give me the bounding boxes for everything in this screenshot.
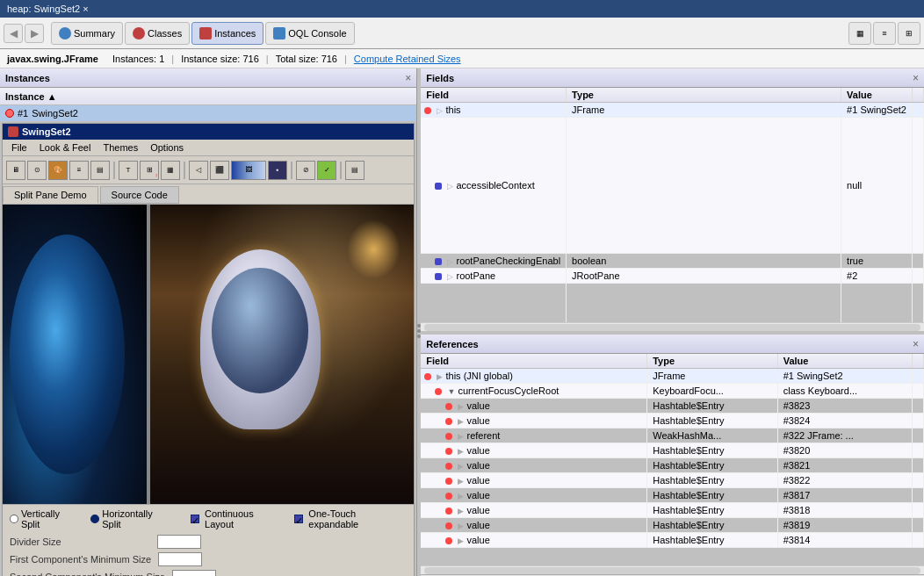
cb-continuous-label: Continuous Layout (205, 508, 284, 529)
first-min-label: First Component's Minimum Size (10, 554, 151, 565)
summary-icon (59, 27, 71, 40)
tb-btn-13[interactable]: ⊘ (296, 161, 315, 180)
tb-btn-8[interactable]: ▦ (161, 161, 180, 180)
tb-btn-3[interactable]: 🎨 (48, 161, 68, 180)
tb-btn-14[interactable]: ✓ (317, 161, 336, 180)
tb-btn-6[interactable]: T (119, 161, 138, 180)
refs-row[interactable]: ▶ value Hashtable$Entry #3818 (421, 503, 923, 518)
refs-row[interactable]: ▶ value Hashtable$Entry #3819 (421, 518, 923, 533)
scroll-spacer (913, 269, 924, 284)
refs-panel: References × Field Type Value (421, 335, 924, 574)
checkbox-continuous[interactable]: ✓ Continuous Layout (191, 508, 284, 529)
back-button[interactable]: ◀ (4, 24, 23, 43)
first-min-input[interactable] (158, 552, 202, 566)
fields-row[interactable]: ▷ rootPaneCheckingEnabl boolean true (421, 254, 923, 269)
type-cell: JRootPane (567, 269, 841, 284)
action-btn-3[interactable]: ⊞ (898, 22, 920, 45)
instance-column-label: Instance ▲ (5, 91, 57, 102)
divider-size-input[interactable] (157, 535, 201, 549)
fields-table-container[interactable]: Field Type Value ▷ this JFrame #1 SwingS… (421, 88, 924, 322)
ref-scroll-spacer (913, 518, 924, 533)
ref-value-cell: #3820 (777, 443, 912, 458)
summary-button[interactable]: Summary (51, 22, 123, 45)
ref-scroll-spacer (913, 473, 924, 488)
second-min-input[interactable] (172, 570, 216, 576)
tb-sep-1 (113, 162, 115, 179)
scroll-spacer (913, 254, 924, 269)
tb-btn-2[interactable]: ⊙ (27, 161, 47, 180)
swing-controls: Vertically Split Horizontally Split ✓ Co… (3, 504, 414, 576)
refs-row[interactable]: ▶ value Hashtable$Entry #3817 (421, 488, 923, 503)
action-btn-2[interactable]: ≡ (873, 22, 896, 45)
content-splitter[interactable] (147, 205, 150, 504)
compute-link[interactable]: Compute Retained Sizes (354, 54, 461, 64)
instances-button[interactable]: Instances (191, 22, 263, 45)
tb-btn-5[interactable]: ▤ (90, 161, 110, 180)
radio-vertically-split[interactable]: Vertically Split (10, 508, 80, 529)
refs-panel-close[interactable]: × (913, 338, 919, 350)
radio-h-circle (90, 515, 99, 523)
refs-row[interactable]: ▶ value Hashtable$Entry #3824 (421, 414, 923, 428)
nav-arrows: ◀ ▶ (4, 24, 44, 43)
radio-h-label: Horizontally Split (102, 508, 173, 529)
image-left (3, 205, 147, 504)
tb-btn-4[interactable]: ≡ (69, 161, 89, 180)
menu-file[interactable]: File (6, 141, 32, 154)
radio-horizontally-split[interactable]: Horizontally Split (90, 508, 173, 529)
refs-table: Field Type Value ▶ this (JNI global) JFr… (421, 354, 924, 548)
ref-scroll-spacer (913, 458, 924, 473)
classes-button[interactable]: Classes (125, 22, 190, 45)
ref-value-cell: #3818 (777, 503, 912, 518)
menu-options[interactable]: Options (145, 141, 189, 154)
fields-row[interactable]: ▷ this JFrame #1 SwingSet2 (421, 103, 923, 118)
menu-themes[interactable]: Themes (97, 141, 143, 154)
scroll-col (913, 88, 924, 103)
refs-row[interactable]: ▶ value Hashtable$Entry #3814 (421, 533, 923, 548)
instance-row[interactable]: #1 SwingSet2 (0, 105, 416, 121)
refs-row[interactable]: ▶ value Hashtable$Entry #3823 (421, 399, 923, 414)
forward-button[interactable]: ▶ (25, 24, 44, 43)
tb-btn-7[interactable]: ⊞! (140, 161, 159, 180)
refs-row[interactable]: ▶ value Hashtable$Entry #3822 (421, 473, 923, 488)
refs-table-container[interactable]: Field Type Value ▶ this (JNI global) JFr… (421, 354, 924, 565)
tb-btn-12[interactable]: ▪ (268, 161, 287, 180)
fields-table: Field Type Value ▷ this JFrame #1 SwingS… (421, 88, 924, 322)
action-btn-1[interactable]: ▦ (848, 22, 871, 45)
ref-value-cell: #3819 (777, 518, 912, 533)
tab-split-pane[interactable]: Split Pane Demo (3, 186, 98, 204)
ref-value-cell: #3824 (777, 414, 912, 428)
type-cell: JFrame (567, 103, 841, 118)
tb-btn-15[interactable]: ▤ (345, 161, 365, 180)
tb-sep-4 (340, 162, 342, 179)
ref-value-cell: #3814 (777, 533, 912, 548)
image-right (147, 205, 414, 504)
fields-panel-close[interactable]: × (913, 72, 919, 84)
refs-row[interactable]: ▶ this (JNI global) JFrame #1 SwingSet2 (421, 369, 923, 384)
instances-panel-title: Instances (5, 73, 50, 83)
tb-btn-1[interactable]: 🖥 (6, 161, 25, 180)
tb-btn-11[interactable]: 🖼 (231, 161, 266, 180)
refs-hscroll[interactable] (421, 565, 924, 574)
instances-panel-close[interactable]: × (405, 72, 411, 84)
tb-btn-9[interactable]: ◁ (189, 161, 208, 180)
refs-row[interactable]: ▶ value Hashtable$Entry #3821 (421, 458, 923, 473)
total-size: Total size: 716 (276, 54, 337, 64)
checkbox-onetouch[interactable]: ✓ One-Touch expandable (294, 508, 407, 529)
status-bar: javax.swing.JFrame Instances: 1 | Instan… (0, 49, 924, 68)
refs-row[interactable]: ▶ referent WeakHashMa... #322 JFrame: ..… (421, 428, 923, 443)
tab-source-code[interactable]: Source Code (100, 186, 179, 204)
menu-look[interactable]: Look & Feel (34, 141, 97, 154)
refs-row[interactable]: ▶ value Hashtable$Entry #3820 (421, 443, 923, 458)
oql-button[interactable]: OQL Console (265, 22, 354, 45)
radio-group: Vertically Split Horizontally Split ✓ Co… (10, 508, 407, 529)
fields-row[interactable]: ▷ rootPane JRootPane #2 (421, 269, 923, 284)
ref-type-cell: Hashtable$Entry (647, 443, 777, 458)
refs-row[interactable]: ▼ currentFocusCycleRoot KeyboardFocu... … (421, 384, 923, 399)
swing-icon (8, 126, 18, 137)
fields-row[interactable]: ▷ transferHandler null (421, 284, 923, 323)
divider-size-label: Divider Size (10, 536, 150, 547)
main-layout: Instances × Instance ▲ #1 SwingSet2 Swin… (0, 68, 924, 576)
tb-btn-10[interactable]: ⬛ (210, 161, 229, 180)
fields-row[interactable]: ▷ accessibleContext null (421, 118, 923, 254)
fields-hscroll[interactable] (421, 322, 924, 331)
